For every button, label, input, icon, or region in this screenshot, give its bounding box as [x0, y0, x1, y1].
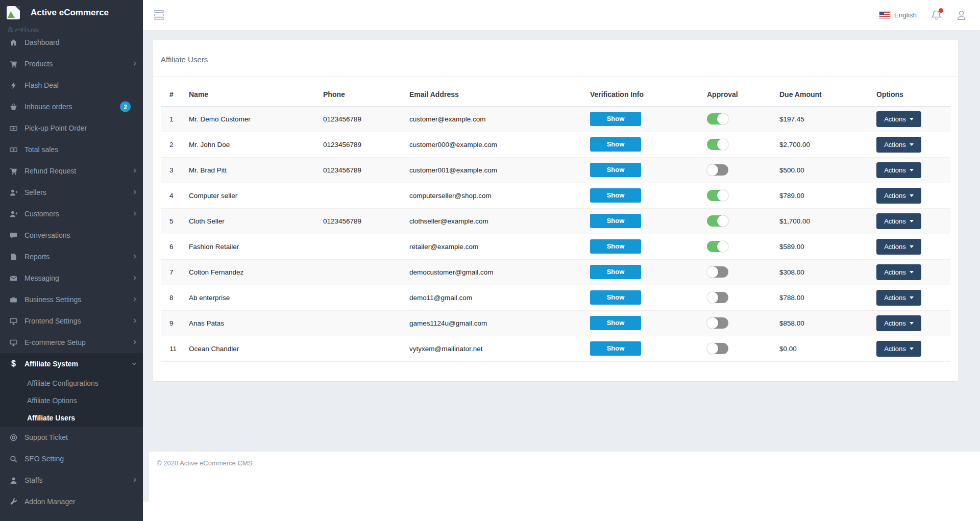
approval-cell	[707, 234, 779, 259]
show-verification-button[interactable]: Show	[590, 290, 641, 305]
sidebar-item-refund-request[interactable]: Refund Request	[0, 160, 143, 182]
caret-down-icon	[910, 118, 914, 120]
user-plus-icon	[9, 189, 18, 196]
verification-cell: Show	[590, 259, 707, 285]
sidebar-item-staffs[interactable]: Staffs	[0, 469, 143, 491]
table-row: 9Anas Patasgames1124u@gmail.comShow$858.…	[161, 310, 950, 336]
column-header-approval: Approval	[707, 83, 779, 106]
due-amount-cell: $589.00	[779, 234, 876, 259]
sidebar-item-label: Affiliate System	[24, 360, 78, 368]
actions-dropdown-button[interactable]: Actions	[876, 239, 921, 255]
sidebar-item-e-commerce-setup[interactable]: E-commerce Setup	[0, 332, 143, 353]
sidebar-item-affiliate-system[interactable]: $Affiliate System	[0, 353, 143, 375]
approval-toggle[interactable]	[707, 343, 728, 354]
sidebar-item-label: SEO Setting	[24, 455, 64, 463]
approval-toggle[interactable]	[707, 190, 728, 201]
show-verification-button[interactable]: Show	[590, 137, 641, 152]
sidebar-item-flash-deal[interactable]: Flash Deal	[0, 75, 143, 96]
approval-toggle[interactable]	[707, 215, 728, 227]
verification-cell: Show	[590, 336, 707, 361]
approval-cell	[707, 336, 779, 361]
toggle-knob	[707, 164, 718, 176]
sidebar-item-messaging[interactable]: Messaging	[0, 267, 143, 289]
sidebar-item-inhouse-orders[interactable]: Inhouse orders2	[0, 96, 143, 117]
name-cell: Cloth Seller	[189, 208, 323, 234]
sidebar-item-customers[interactable]: Customers	[0, 203, 143, 225]
show-verification-button[interactable]: Show	[590, 188, 641, 203]
user-avatar[interactable]	[956, 10, 967, 20]
sidebar-item-seo-setting[interactable]: SEO Setting	[0, 448, 143, 469]
sidebar: Active eCommerce Active DashboardProduct…	[0, 0, 143, 521]
language-selector[interactable]: English	[879, 11, 917, 19]
phone-cell	[323, 234, 409, 259]
table-row: 6Fashion Retailerretailer@example.comSho…	[161, 234, 950, 259]
basket-icon	[9, 103, 18, 111]
options-cell: Actions	[876, 157, 950, 183]
sidebar-item-reports[interactable]: Reports	[0, 246, 143, 267]
name-cell: Fashion Retailer	[189, 234, 323, 259]
approval-toggle[interactable]	[707, 139, 728, 150]
sidebar-item-label: Messaging	[24, 274, 59, 282]
approval-toggle[interactable]	[707, 113, 728, 125]
sidebar-item-suppot-ticket[interactable]: Suppot Ticket	[0, 427, 143, 448]
due-amount-cell: $1,700.00	[779, 208, 876, 234]
approval-toggle[interactable]	[707, 266, 728, 278]
chevron-down-icon	[132, 361, 136, 365]
actions-label: Actions	[884, 217, 906, 225]
actions-dropdown-button[interactable]: Actions	[876, 188, 921, 204]
show-verification-button[interactable]: Show	[590, 341, 641, 356]
toggle-knob	[707, 317, 718, 329]
actions-dropdown-button[interactable]: Actions	[876, 264, 921, 280]
actions-dropdown-button[interactable]: Actions	[876, 341, 921, 357]
sidebar-item-affiliate-users[interactable]: Affiliate Users	[0, 409, 143, 427]
notification-bell[interactable]	[931, 10, 942, 20]
table-row: 3Mr. Brad Pitt0123456789customer001@exam…	[161, 157, 950, 183]
actions-dropdown-button[interactable]: Actions	[876, 315, 921, 331]
actions-dropdown-button[interactable]: Actions	[876, 290, 921, 306]
chevron-right-icon	[132, 211, 136, 215]
sidebar-toggle-hamburger-icon[interactable]	[153, 8, 165, 22]
sidebar-item-label: E-commerce Setup	[24, 338, 86, 346]
approval-toggle[interactable]	[707, 292, 728, 303]
sidebar-item-business-settings[interactable]: Business Settings	[0, 289, 143, 310]
phone-cell	[323, 336, 409, 361]
approval-toggle[interactable]	[707, 317, 728, 329]
sidebar-item-products[interactable]: Products	[0, 53, 143, 75]
sidebar-item-label: Reports	[24, 253, 50, 261]
show-verification-button[interactable]: Show	[590, 214, 641, 228]
bolt-icon	[9, 82, 18, 89]
actions-dropdown-button[interactable]: Actions	[876, 111, 921, 127]
show-verification-button[interactable]: Show	[590, 239, 641, 254]
sidebar-item-dashboard[interactable]: Dashboard	[0, 32, 143, 53]
money-icon	[9, 146, 18, 154]
table-row: 1Mr. Demo Customer0123456789customer@exa…	[161, 106, 950, 132]
home-icon	[9, 39, 18, 46]
row-index-cell: 6	[161, 234, 189, 259]
show-verification-button[interactable]: Show	[590, 265, 641, 279]
show-verification-button[interactable]: Show	[590, 316, 641, 330]
sidebar-item-frontend-settings[interactable]: Frontend Settings	[0, 310, 143, 332]
sidebar-item-pick-up-point-order[interactable]: Pick-up Point Order	[0, 117, 143, 139]
copyright-text: © 2020 Active eCommerce CMS	[157, 459, 252, 467]
chevron-right-icon	[132, 168, 136, 172]
show-verification-button[interactable]: Show	[590, 163, 641, 177]
table-header-row: #NamePhoneEmail AddressVerification Info…	[161, 83, 950, 106]
sidebar-item-addon-manager[interactable]: Addon Manager	[0, 491, 143, 512]
approval-toggle[interactable]	[707, 164, 728, 176]
actions-dropdown-button[interactable]: Actions	[876, 162, 921, 178]
sidebar-item-total-sales[interactable]: Total sales	[0, 139, 143, 160]
chevron-right-icon	[132, 318, 136, 322]
sidebar-item-affiliate-options[interactable]: Affiliate Options	[0, 392, 143, 409]
sidebar-item-conversations[interactable]: Conversations	[0, 225, 143, 246]
table-row: 2Mr. John Doe0123456789customer000@examp…	[161, 132, 950, 157]
app-logo-row[interactable]: Active eCommerce	[0, 0, 143, 26]
sidebar-item-sellers[interactable]: Sellers	[0, 182, 143, 203]
actions-dropdown-button[interactable]: Actions	[876, 213, 921, 229]
approval-toggle[interactable]	[707, 241, 728, 252]
actions-dropdown-button[interactable]: Actions	[876, 137, 921, 153]
sidebar-item-affiliate-configurations[interactable]: Affiliate Configurations	[0, 375, 143, 392]
email-cell: customer001@example.com	[409, 157, 590, 183]
cart-icon	[9, 167, 18, 175]
show-verification-button[interactable]: Show	[590, 112, 641, 126]
options-cell: Actions	[876, 183, 950, 208]
